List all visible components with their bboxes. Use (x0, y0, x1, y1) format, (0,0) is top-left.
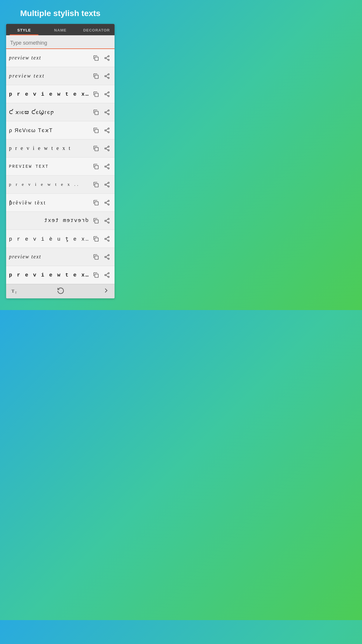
svg-line-64 (106, 237, 108, 238)
copy-button[interactable] (91, 162, 101, 171)
copy-button[interactable] (91, 234, 101, 244)
svg-point-27 (108, 132, 110, 133)
preview-text-12: preview text (9, 254, 92, 260)
preview-text-7: PREVIEW TEXT (9, 164, 92, 169)
bottom-bar: T T (6, 284, 115, 298)
svg-point-31 (108, 146, 110, 147)
next-icon[interactable] (102, 287, 110, 296)
svg-point-26 (105, 130, 106, 131)
copy-button[interactable] (91, 252, 101, 262)
preview-text-6: p r e v i e w t e x t (9, 145, 92, 151)
table-row: ƥrêvïêw têxt (6, 194, 115, 212)
svg-line-22 (106, 111, 108, 112)
svg-line-46 (106, 183, 108, 184)
row-actions (91, 90, 112, 99)
row-actions (91, 71, 112, 81)
copy-button[interactable] (91, 90, 101, 99)
row-actions (91, 234, 112, 244)
share-button[interactable] (102, 90, 112, 99)
preview-text-2: preview text (9, 73, 92, 79)
share-button[interactable] (102, 144, 112, 153)
tab-style[interactable]: STYLE (6, 24, 42, 35)
svg-rect-36 (95, 165, 99, 169)
svg-line-34 (106, 147, 108, 148)
copy-button[interactable] (91, 126, 101, 135)
preview-text-11: p r e v i è u ƫ e x ƫ (9, 236, 92, 242)
svg-text:T: T (15, 291, 17, 294)
svg-point-37 (108, 164, 110, 165)
row-actions (91, 144, 112, 153)
share-button[interactable] (102, 53, 112, 63)
reset-icon[interactable] (57, 287, 64, 296)
svg-rect-6 (95, 75, 99, 78)
share-button[interactable] (102, 252, 112, 262)
table-row: p r e v i e w t e x t (6, 139, 115, 158)
share-button[interactable] (102, 108, 112, 117)
share-button[interactable] (102, 270, 112, 280)
table-row: p r e v i e w t e x t (6, 85, 115, 103)
copy-button[interactable] (91, 270, 101, 280)
copy-button[interactable] (91, 144, 101, 153)
copy-button[interactable] (91, 180, 101, 189)
preview-text-13: p r e v i e w t e x t (9, 272, 92, 278)
svg-line-41 (106, 167, 108, 168)
tab-name[interactable]: NAME (42, 24, 78, 35)
svg-point-20 (105, 111, 106, 113)
share-button[interactable] (102, 71, 112, 81)
share-button[interactable] (102, 126, 112, 135)
svg-point-33 (108, 150, 110, 151)
svg-line-23 (106, 113, 108, 114)
svg-line-53 (106, 203, 108, 204)
share-button[interactable] (102, 162, 112, 171)
search-input[interactable] (10, 38, 111, 48)
svg-rect-18 (95, 111, 99, 115)
svg-line-71 (106, 257, 108, 258)
share-button[interactable] (102, 180, 112, 189)
preview-text-3: p r e v i e w t e x t (9, 91, 92, 97)
svg-point-75 (108, 276, 110, 278)
row-actions (91, 108, 112, 117)
svg-rect-30 (95, 147, 99, 151)
svg-point-62 (105, 238, 106, 239)
svg-point-61 (108, 236, 110, 238)
svg-point-56 (105, 220, 106, 221)
row-actions (91, 252, 112, 262)
svg-rect-24 (95, 129, 99, 133)
svg-rect-42 (95, 183, 99, 187)
svg-point-13 (108, 92, 110, 93)
svg-rect-54 (95, 220, 99, 223)
copy-button[interactable] (91, 216, 101, 225)
svg-point-67 (108, 254, 110, 256)
preview-text-1: preview text (9, 55, 92, 61)
svg-point-14 (105, 93, 106, 95)
svg-rect-48 (95, 202, 99, 205)
copy-button[interactable] (91, 108, 101, 117)
copy-button[interactable] (91, 198, 101, 207)
text-list: preview text (6, 49, 115, 284)
font-size-icon[interactable]: T T (11, 287, 18, 296)
table-row: ρ ЯєVιєω ТєϰТ (6, 121, 115, 139)
share-button[interactable] (102, 198, 112, 207)
svg-line-5 (106, 58, 108, 60)
svg-point-44 (105, 184, 106, 185)
svg-point-7 (108, 74, 110, 75)
svg-point-38 (105, 166, 106, 167)
svg-point-55 (108, 218, 110, 220)
copy-button[interactable] (91, 71, 101, 81)
share-button[interactable] (102, 234, 112, 244)
svg-point-19 (108, 110, 110, 111)
svg-point-73 (108, 272, 110, 274)
svg-line-52 (106, 201, 108, 202)
svg-point-21 (108, 113, 110, 115)
table-row: PREVIEW TEXT (6, 158, 115, 176)
svg-point-8 (105, 75, 106, 77)
row-actions (91, 180, 112, 189)
svg-point-39 (108, 168, 110, 169)
share-button[interactable] (102, 216, 112, 225)
svg-point-32 (105, 148, 106, 149)
copy-button[interactable] (91, 53, 101, 63)
row-actions (91, 270, 112, 280)
preview-text-4: Ƈ ϰιєϖ ƇєϢгєƿ (9, 109, 92, 116)
table-row: ρɹəʌıəɯ ʇəxʇ (6, 212, 115, 230)
tab-decorator[interactable]: DECORATOR (78, 24, 115, 35)
